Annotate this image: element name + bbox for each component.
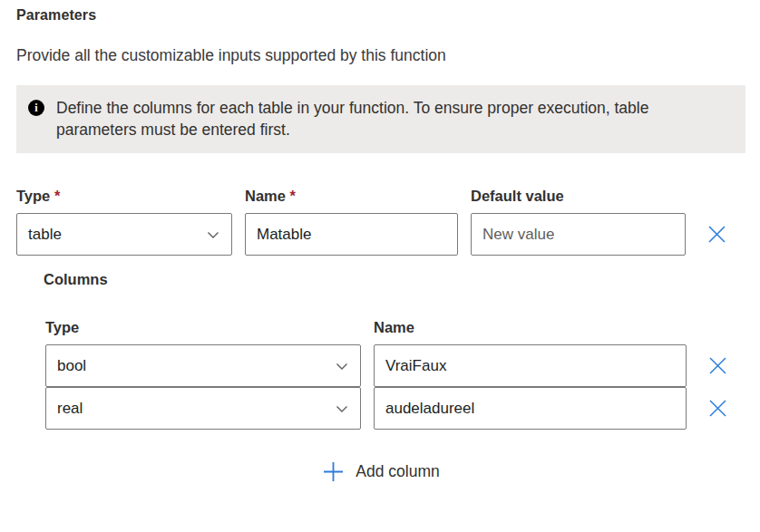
info-banner: i Define the columns for each table in y… [16, 85, 745, 153]
parameters-panel: Parameters Provide all the customizable … [0, 0, 760, 487]
add-column-button[interactable]: Add column [317, 457, 444, 487]
add-column-area: Add column [16, 457, 745, 487]
chevron-down-icon [335, 359, 349, 373]
parameter-type-dropdown[interactable]: table [16, 213, 232, 256]
column-row: real [45, 387, 745, 430]
column-name-input-1[interactable] [374, 387, 687, 430]
parameter-default-value-input[interactable] [471, 213, 686, 256]
chevron-down-icon [206, 227, 220, 242]
column-type-value: real [57, 400, 83, 418]
delete-parameter-button[interactable] [703, 221, 730, 248]
chevron-down-icon [335, 401, 349, 416]
column-name-input-0[interactable] [374, 344, 687, 387]
column-type-header: Type [45, 319, 361, 336]
name-label: Name * [245, 188, 458, 205]
column-type-value: bool [57, 357, 86, 375]
plus-icon [322, 460, 345, 483]
delete-column-button-0[interactable] [704, 353, 731, 380]
parameter-row: table [16, 213, 745, 256]
column-row: bool [45, 344, 745, 387]
column-type-dropdown-1[interactable]: real [45, 387, 361, 430]
column-type-dropdown-0[interactable]: bool [45, 344, 361, 387]
add-column-label: Add column [356, 462, 439, 481]
page-subtitle: Provide all the customizable inputs supp… [16, 46, 745, 65]
close-icon [706, 224, 727, 245]
columns-section-title: Columns [44, 271, 745, 288]
close-icon [707, 398, 728, 419]
info-banner-text: Define the columns for each table in you… [56, 97, 682, 140]
parameter-labels-row: Type * Name * Default value [16, 188, 745, 213]
page-title: Parameters [16, 7, 745, 24]
required-asterisk: * [290, 188, 296, 204]
info-icon: i [28, 100, 44, 116]
type-label: Type * [16, 188, 232, 205]
parameter-type-value: table [28, 226, 62, 244]
delete-column-button-1[interactable] [704, 395, 731, 422]
parameter-name-input[interactable] [245, 213, 458, 256]
column-name-header: Name [374, 319, 687, 336]
default-value-label: Default value [471, 188, 686, 205]
columns-header-row: Type Name [45, 319, 745, 344]
close-icon [707, 355, 728, 376]
required-asterisk: * [54, 188, 60, 204]
